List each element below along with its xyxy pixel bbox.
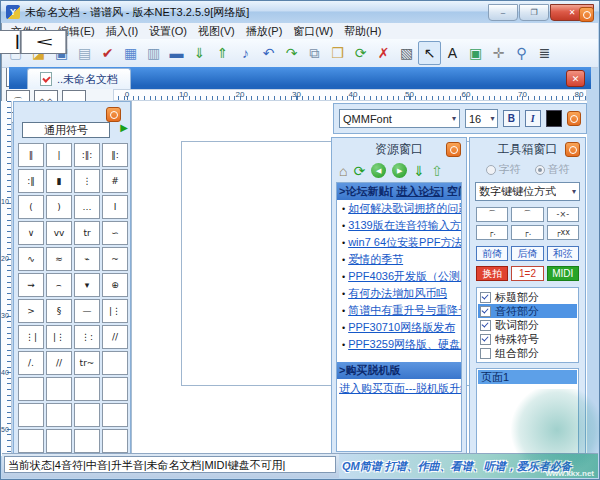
- forum-post-link[interactable]: 爱情的季节: [348, 252, 403, 267]
- download-icon[interactable]: ⇓: [413, 164, 425, 178]
- close-toolbox-panel-button[interactable]: [565, 142, 580, 157]
- maximize-button[interactable]: ❐: [519, 4, 549, 21]
- symbol-cell[interactable]: ⋮: [74, 169, 100, 193]
- upload-icon[interactable]: ⇧: [431, 164, 443, 178]
- layer-checkbox-row[interactable]: 歌词部分: [478, 318, 577, 332]
- refresh-icon[interactable]: ⟳: [353, 164, 365, 178]
- symbol-cell[interactable]: ⌁: [74, 247, 100, 271]
- notation-symbol-button[interactable]: ⌒: [511, 207, 543, 222]
- checkbox-icon[interactable]: [480, 292, 491, 303]
- notation-symbol-button[interactable]: ⌒: [476, 207, 508, 222]
- layer-checkbox-row[interactable]: 音符部分: [478, 304, 577, 318]
- forum-post-link[interactable]: 简谱中有重升号与重降号: [348, 303, 461, 318]
- layer-checkbox-row[interactable]: 标题部分: [478, 290, 577, 304]
- font-family-select[interactable]: QMMFont ▾: [339, 109, 460, 128]
- symbol-cell[interactable]: |⋮: [102, 299, 128, 323]
- symbol-cell[interactable]: #: [102, 169, 128, 193]
- print-icon[interactable]: ▤: [73, 41, 96, 65]
- symbol-cell[interactable]: ∿: [18, 247, 44, 271]
- expand-arrow-icon[interactable]: ▶: [120, 123, 128, 133]
- close-corner-palette-button[interactable]: [579, 7, 594, 22]
- symbol-category-button[interactable]: 通用符号: [22, 122, 110, 138]
- symbol-cell[interactable]: ⌢: [46, 273, 72, 297]
- midi-notes-icon[interactable]: ♪: [234, 41, 257, 65]
- forum-post-link[interactable]: PPF30710网络版发布: [348, 320, 455, 335]
- grace-note-button[interactable]: 后倚: [511, 246, 543, 261]
- check-icon[interactable]: ✔: [96, 41, 119, 65]
- symbol-cell[interactable]: vv: [46, 221, 72, 245]
- grace-note-button[interactable]: 前倚: [476, 246, 508, 261]
- refresh-icon[interactable]: ⟳: [349, 41, 372, 65]
- symbol-cell[interactable]: —: [74, 299, 100, 323]
- forum-post-link[interactable]: PPF4036开发版（公测版）: [348, 269, 461, 284]
- upload-icon[interactable]: ⇑: [211, 41, 234, 65]
- key-mode-select[interactable]: 数字键键位方式 ▾: [475, 182, 580, 201]
- symbol-cell[interactable]: Ⅰ: [102, 195, 128, 219]
- notation-symbol-button[interactable]: -×-: [547, 207, 579, 222]
- list-view-icon[interactable]: ▥: [142, 41, 165, 65]
- italic-button[interactable]: I: [525, 110, 541, 127]
- zoom-tool-icon[interactable]: ⚲: [510, 41, 533, 65]
- checkbox-icon[interactable]: [480, 306, 491, 317]
- symbol-cell[interactable]: |: [46, 143, 72, 167]
- symbol-cell[interactable]: :‖: [18, 169, 44, 193]
- undo-icon[interactable]: ↶: [257, 41, 280, 65]
- symbol-cell[interactable]: [18, 403, 44, 427]
- forward-icon[interactable]: ▶: [392, 163, 407, 178]
- bold-button[interactable]: B: [503, 110, 519, 127]
- grid-icon[interactable]: ▦: [119, 41, 142, 65]
- symbol-cell[interactable]: //: [46, 351, 72, 375]
- action-button[interactable]: 1=2: [511, 266, 543, 281]
- redo-icon[interactable]: ↷: [280, 41, 303, 65]
- symbol-cell[interactable]: ‖: [18, 143, 44, 167]
- notation-symbol-button[interactable]: ┌.: [511, 225, 543, 240]
- forum-post-link[interactable]: 有何办法增加风币吗: [348, 286, 447, 301]
- menu-item[interactable]: 插入(I): [101, 23, 143, 40]
- symbol-cell[interactable]: [74, 403, 100, 427]
- symbol-cell[interactable]: [102, 377, 128, 401]
- checkbox-icon[interactable]: [480, 320, 491, 331]
- enter-forum-link[interactable]: 进入论坛: [396, 185, 440, 197]
- symbol-cell[interactable]: tr~: [74, 351, 100, 375]
- symbol-cell[interactable]: ): [46, 195, 72, 219]
- font-size-select[interactable]: 16 ▾: [465, 109, 498, 128]
- close-font-bar-button[interactable]: [567, 111, 581, 126]
- symbol-cell[interactable]: ~: [102, 247, 128, 271]
- home-icon[interactable]: ⌂: [339, 164, 347, 178]
- menu-item[interactable]: 帮助(H): [339, 23, 386, 40]
- symbol-cell[interactable]: [102, 429, 128, 453]
- radio-character[interactable]: 字符: [486, 162, 521, 177]
- layer-checkbox-row[interactable]: 特殊符号: [478, 332, 577, 346]
- symbol-cell[interactable]: [18, 377, 44, 401]
- radio-note[interactable]: 音符: [535, 162, 570, 177]
- back-icon[interactable]: ◀: [371, 163, 386, 178]
- symbol-cell[interactable]: ⋮:: [74, 325, 100, 349]
- symbol-cell[interactable]: >: [18, 299, 44, 323]
- close-symbol-panel-button[interactable]: [106, 107, 121, 122]
- marquee-select-icon[interactable]: ▧: [395, 41, 418, 65]
- checkbox-icon[interactable]: [480, 348, 491, 359]
- page-list-item[interactable]: 页面1: [478, 370, 577, 384]
- symbol-cell[interactable]: ▾: [74, 273, 100, 297]
- forum-post-link[interactable]: PPF3259网络版、硬盘版、: [348, 337, 461, 352]
- menu-item[interactable]: 播放(P): [241, 23, 288, 40]
- symbol-cell[interactable]: §: [46, 299, 72, 323]
- symbol-cell[interactable]: ∨: [18, 221, 44, 245]
- cursor-icon[interactable]: ↖: [418, 41, 441, 65]
- forum-post-link[interactable]: 3139版在连音符输入方面: [348, 218, 461, 233]
- buy-page-link[interactable]: 进入购买页面---脱机版升级: [337, 379, 461, 398]
- symbol-cell[interactable]: /.: [18, 351, 44, 375]
- symbol-cell[interactable]: [46, 403, 72, 427]
- download-icon[interactable]: ⇓: [188, 41, 211, 65]
- symbol-cell[interactable]: ⋮|: [18, 325, 44, 349]
- menu-item[interactable]: 设置(O): [144, 23, 192, 40]
- action-button[interactable]: 换拍: [476, 266, 508, 281]
- image-tool-icon[interactable]: ▣: [464, 41, 487, 65]
- symbol-cell[interactable]: ≈: [46, 247, 72, 271]
- menu-item[interactable]: 窗口(W): [288, 23, 338, 40]
- symbol-cell[interactable]: [74, 377, 100, 401]
- symbol-cell[interactable]: :‖:: [74, 143, 100, 167]
- layer-checkbox-row[interactable]: 组合部分: [478, 346, 577, 360]
- symbol-cell[interactable]: (: [18, 195, 44, 219]
- notation-symbol-button[interactable]: ┌.: [476, 225, 508, 240]
